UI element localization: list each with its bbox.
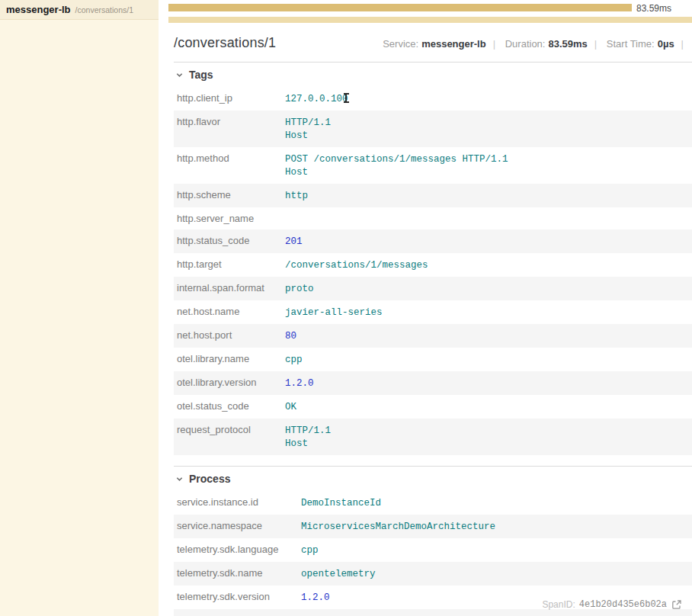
header-meta-item: Service:messenger-lb|	[383, 38, 502, 50]
kv-value-cell: 80	[285, 329, 692, 342]
kv-key: http.flavor	[177, 116, 285, 142]
process-section: Process service.instance.id DemoInstance…	[174, 466, 692, 616]
meta-separator: |	[594, 38, 597, 50]
span-operation-name: /conversations/1	[75, 5, 133, 14]
kv-row: http.flavor HTTP/1.1 Host	[174, 111, 692, 147]
kv-key: http.status_code	[177, 235, 285, 248]
meta-separator: |	[681, 38, 684, 50]
kv-value: POST /conversations/1/messages HTTP/1.1 …	[285, 154, 508, 178]
kv-value-cell: 201	[285, 235, 692, 248]
kv-row: http.scheme http	[174, 184, 692, 207]
kv-value: OK	[285, 402, 296, 412]
process-table: service.instance.id DemoInstanceId servi…	[174, 491, 692, 616]
operation-title: /conversations/1	[174, 35, 276, 51]
meta-separator: |	[493, 38, 495, 50]
kv-key: otel.status_code	[177, 400, 285, 413]
kv-row: net.host.name javier-all-series	[174, 300, 692, 324]
kv-value-cell: http	[285, 189, 692, 202]
kv-key: telemetry.sdk.version	[177, 591, 301, 604]
spanid-label: SpanID:	[542, 599, 575, 610]
span-detail-panel: /conversations/1 Service:messenger-lb| D…	[159, 20, 692, 616]
kv-value: 127.0.0.100	[285, 94, 348, 104]
kv-value: DemoInstanceId	[301, 498, 381, 509]
meta-value: 83.59ms	[548, 38, 587, 50]
kv-key: http.server_name	[177, 213, 285, 224]
span-duration-bar[interactable]	[168, 4, 632, 11]
kv-value: opentelemetry	[301, 569, 376, 579]
kv-key: http.client_ip	[177, 92, 285, 105]
kv-value: cpp	[285, 355, 303, 365]
tags-table: http.client_ip 127.0.0.100 http.flavor H…	[174, 87, 692, 455]
kv-value-cell: HTTP/1.1 Host	[285, 116, 692, 142]
kv-value: http	[285, 191, 308, 201]
tags-section: Tags http.client_ip 127.0.0.100 http.fla…	[174, 62, 692, 455]
kv-row: http.client_ip 127.0.0.100	[174, 87, 692, 111]
kv-value: cpp	[301, 545, 319, 556]
kv-value-cell: cpp	[301, 544, 692, 557]
kv-key: net.host.name	[177, 306, 285, 319]
kv-value: 201	[285, 236, 303, 247]
meta-label: Duration:	[505, 38, 546, 50]
kv-value: proto	[285, 284, 314, 294]
kv-value: 80	[285, 331, 296, 342]
kv-row: internal.span.format proto	[174, 277, 692, 300]
meta-label: Start Time:	[607, 38, 655, 50]
kv-row: webengine.name Nginx	[174, 609, 692, 616]
kv-key: otel.library.name	[177, 353, 285, 366]
tags-section-toggle[interactable]: Tags	[174, 63, 692, 87]
kv-key: http.scheme	[177, 189, 285, 202]
ibeam-cursor	[344, 93, 349, 103]
kv-row: request_protocol HTTP/1.1 Host	[174, 419, 692, 455]
process-section-title: Process	[189, 473, 230, 485]
kv-row: otel.library.version 1.2.0	[174, 371, 692, 395]
kv-key: service.instance.id	[177, 496, 301, 509]
kv-value: javier-all-series	[285, 307, 383, 318]
kv-row: service.instance.id DemoInstanceId	[174, 491, 692, 515]
chevron-down-icon	[175, 71, 184, 79]
kv-value-cell: cpp	[285, 353, 692, 366]
meta-value: messenger-lb	[421, 38, 486, 50]
kv-row: otel.library.name cpp	[174, 348, 692, 371]
kv-key: http.target	[177, 258, 285, 271]
kv-key: otel.library.version	[177, 377, 285, 390]
kv-key: http.method	[177, 152, 285, 178]
deep-link-icon[interactable]	[671, 599, 682, 610]
kv-value: HTTP/1.1 Host	[285, 117, 331, 141]
kv-key: request_protocol	[177, 424, 285, 450]
kv-value-cell: OK	[285, 400, 692, 413]
span-detail-left-gutter	[0, 20, 159, 616]
kv-row: net.host.port 80	[174, 324, 692, 348]
meta-value: 0µs	[658, 38, 674, 50]
trace-detail-view: messenger-lb /conversations/1 83.59ms /c…	[0, 0, 692, 616]
header-meta-item: Start Time:0µs|	[607, 38, 690, 50]
kv-row: otel.status_code OK	[174, 395, 692, 419]
kv-value: 1.2.0	[285, 378, 314, 389]
kv-row: http.target /conversations/1/messages	[174, 253, 692, 277]
kv-key: telemetry.sdk.name	[177, 567, 301, 580]
span-name-cell[interactable]: messenger-lb /conversations/1	[0, 0, 159, 20]
kv-key: service.namespace	[177, 520, 301, 533]
kv-value-cell: DemoInstanceId	[301, 496, 692, 509]
kv-row: telemetry.sdk.name opentelemetry	[174, 562, 692, 586]
kv-value-cell: POST /conversations/1/messages HTTP/1.1 …	[285, 152, 692, 178]
kv-value: /conversations/1/messages	[285, 260, 428, 271]
kv-key: internal.span.format	[177, 282, 285, 295]
span-detail-accent-bar	[168, 17, 692, 23]
kv-value-cell: HTTP/1.1 Host	[285, 424, 692, 450]
span-duration-label: 83.59ms	[636, 3, 671, 14]
kv-value: MicroservicesMarchDemoArchitecture	[301, 521, 495, 532]
kv-value: 1.2.0	[301, 592, 330, 603]
kv-value-cell: 127.0.0.100	[285, 92, 692, 105]
kv-value-cell: 1.2.0	[285, 377, 692, 390]
spanid-value: 4e1b20d435e6b02a	[579, 599, 667, 610]
span-footer: SpanID: 4e1b20d435e6b02a	[542, 599, 682, 610]
span-service-name: messenger-lb	[6, 4, 71, 15]
kv-row: http.method POST /conversations/1/messag…	[174, 147, 692, 184]
kv-row: service.namespace MicroservicesMarchDemo…	[174, 515, 692, 538]
span-detail-header: /conversations/1 Service:messenger-lb| D…	[174, 35, 692, 51]
kv-value-cell: MicroservicesMarchDemoArchitecture	[301, 520, 692, 533]
process-section-toggle[interactable]: Process	[174, 467, 692, 491]
kv-value-cell: opentelemetry	[301, 567, 692, 580]
kv-value-cell: /conversations/1/messages	[285, 258, 692, 271]
kv-value: HTTP/1.1 Host	[285, 425, 331, 449]
